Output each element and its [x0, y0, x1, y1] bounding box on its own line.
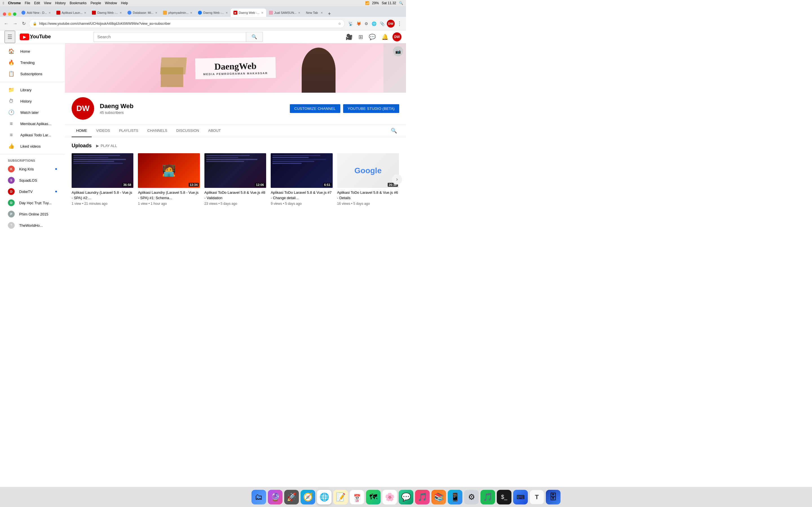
tab-channels[interactable]: CHANNELS — [143, 124, 172, 137]
tab-phpmyadmin[interactable]: phpmyadmin... ✕ — [160, 8, 195, 17]
menu-history[interactable]: History — [55, 1, 66, 5]
tab-close-icon[interactable]: ✕ — [190, 11, 192, 14]
tab-videos[interactable]: VIDEOS — [92, 124, 114, 137]
play-icon: ▶ — [96, 144, 99, 148]
tab-daeng-web1[interactable]: Daeng Web -... ✕ — [89, 8, 124, 17]
extension-icon-4[interactable]: 📎 — [378, 20, 386, 27]
tab-close-icon[interactable]: ✕ — [320, 11, 323, 14]
tab-close-icon[interactable]: ✕ — [119, 11, 122, 14]
extension-icon-2[interactable]: ⚙ — [363, 20, 369, 27]
new-tab-button[interactable]: + — [326, 11, 333, 17]
sidebar-item-playlist-1[interactable]: ≡ Membuat Aplikas... — [2, 118, 63, 129]
video-thumb-code-4 — [271, 153, 333, 166]
menu-edit[interactable]: Edit — [34, 1, 40, 5]
sidebar-item-home[interactable]: 🏠 Home — [2, 46, 63, 57]
tab-add-new[interactable]: Add New - D... ✕ — [18, 8, 54, 17]
back-button[interactable]: ← — [3, 20, 10, 27]
search-button[interactable]: 🔍 — [246, 32, 263, 42]
subscription-item-day-hoc[interactable]: D Day Học Trực Tuy... — [2, 197, 63, 209]
reload-button[interactable]: ↻ — [21, 20, 27, 27]
tab-close-icon[interactable]: ✕ — [225, 11, 228, 14]
tab-new-tab[interactable]: New Tab ✕ — [303, 8, 326, 17]
play-all-button[interactable]: ▶ PLAY ALL — [96, 144, 117, 148]
subscription-item-more[interactable]: ? TheWorldHo... — [2, 220, 63, 231]
sidebar-item-playlist-2[interactable]: ≡ Aplikasi Todo Lar... — [2, 129, 63, 140]
spotlight-icon[interactable]: 🔍 — [399, 1, 403, 5]
sidebar-item-trending[interactable]: 🔥 Trending — [2, 57, 63, 68]
tab-discussion[interactable]: DISCUSSION — [172, 124, 204, 137]
app-name[interactable]: Chrome — [8, 1, 20, 5]
url-bar[interactable]: 🔒 https://www.youtube.com/channel/UCHsij… — [29, 19, 345, 28]
apple-menu[interactable]:  — [3, 1, 4, 5]
youtube-studio-button[interactable]: YOUTUBE STUDIO (BETA) — [343, 104, 399, 113]
tab-close-icon[interactable]: ✕ — [49, 11, 51, 14]
tab-about[interactable]: ABOUT — [204, 124, 225, 137]
menu-bookmarks[interactable]: Bookmarks — [70, 1, 87, 5]
tab-database[interactable]: Database: Mi... ✕ — [124, 8, 160, 17]
forward-button[interactable]: → — [12, 20, 18, 27]
sidebar-item-history[interactable]: ⏱ History — [2, 96, 63, 107]
video-duration-3: 12:06 — [255, 183, 265, 187]
cast-icon[interactable]: 📡 — [347, 20, 354, 27]
fullscreen-window-btn[interactable] — [13, 12, 16, 16]
extension-icon-3[interactable]: 🌐 — [370, 20, 377, 27]
subscription-item-king-kris[interactable]: K King Kris — [2, 163, 63, 175]
menu-people[interactable]: People — [91, 1, 101, 5]
tab-daeng-web-fb[interactable]: Daeng Web -... ✕ — [195, 8, 231, 17]
sidebar-item-liked[interactable]: 👍 Liked videos — [2, 140, 63, 152]
chrome-address-bar: ← → ↻ 🔒 https://www.youtube.com/channel/… — [0, 17, 406, 31]
video-card-4[interactable]: 6:51 Aplikasi ToDo Laravel 5.8 & Vue.js … — [271, 153, 333, 206]
menu-window[interactable]: Window — [105, 1, 117, 5]
chrome-profile-avatar[interactable]: DW — [387, 20, 395, 27]
video-next-button[interactable]: › — [392, 174, 402, 184]
tab-close-icon[interactable]: ✕ — [261, 11, 263, 14]
search-input[interactable] — [94, 32, 246, 42]
subscription-item-dobetv[interactable]: D DobeTV — [2, 186, 63, 197]
minimize-window-btn[interactable] — [8, 12, 11, 16]
url-text[interactable]: https://www.youtube.com/channel/UCHsijou… — [39, 22, 336, 25]
user-avatar[interactable]: DW — [393, 33, 402, 41]
customize-channel-button[interactable]: CUSTOMIZE CHANNEL — [290, 104, 340, 113]
video-card-3[interactable]: 12:06 Aplikasi ToDo Laravel 5.8 & Vue.js… — [204, 153, 266, 206]
subscription-notification-dot — [55, 168, 57, 170]
extension-icon-1[interactable]: 🦊 — [355, 20, 362, 27]
subscription-item-phim[interactable]: P Phim Online 2015 — [2, 209, 63, 220]
channel-info: DW Daeng Web 45 subscribers CUSTOMIZE CH… — [65, 93, 406, 124]
menu-help[interactable]: Help — [121, 1, 128, 5]
notifications-button[interactable]: 🔔 — [380, 32, 390, 42]
tab-close-icon[interactable]: ✕ — [298, 11, 300, 14]
tab-daeng-web-yt-active[interactable]: ▶ Daeng Web -... ✕ — [231, 8, 266, 17]
liked-icon: 👍 — [8, 143, 15, 149]
tab-close-icon[interactable]: ✕ — [155, 11, 157, 14]
messaging-button[interactable]: 💬 — [367, 32, 377, 42]
apps-button[interactable]: ⊞ — [357, 32, 365, 42]
video-card-5[interactable]: Google 26:38 Aplikasi ToDo Laravel 5.8 &… — [337, 153, 399, 206]
tab-home[interactable]: HOME — [71, 124, 92, 137]
sidebar: 🏠 Home 🔥 Trending 📋 Subscriptions 📁 Libr… — [0, 43, 65, 233]
tab-close-icon[interactable]: ✕ — [84, 11, 86, 14]
star-icon[interactable]: ☆ — [338, 22, 341, 25]
video-thumb-code-3 — [204, 153, 266, 165]
tab-jual-samsung[interactable]: Jual SAMSUN... ✕ — [266, 8, 303, 17]
subscription-item-squadlos[interactable]: S SquadLOS — [2, 175, 63, 186]
edit-banner-button[interactable]: 📷 — [393, 46, 403, 56]
uploads-title: Uploads — [71, 143, 92, 149]
hamburger-menu[interactable]: ☰ — [4, 31, 15, 43]
chrome-menu-button[interactable]: ⋮ — [396, 19, 403, 28]
tab-playlists[interactable]: PLAYLISTS — [114, 124, 143, 137]
watch-later-icon: 🕐 — [8, 109, 15, 115]
sidebar-item-watch-later[interactable]: 🕐 Watch later — [2, 107, 63, 118]
sidebar-item-library[interactable]: 📁 Library — [2, 84, 63, 96]
sidebar-item-subscriptions[interactable]: 📋 Subscriptions — [2, 68, 63, 79]
close-window-btn[interactable] — [3, 12, 6, 16]
mac-menu-bar[interactable]:  Chrome File Edit View History Bookmark… — [3, 1, 128, 5]
video-card-1[interactable]: 36:58 Aplikasi Laundry (Laravel 5.8 - Vu… — [71, 153, 133, 206]
menu-file[interactable]: File — [25, 1, 30, 5]
youtube-logo[interactable]: ▶ YouTube ID — [20, 34, 51, 40]
channel-search-icon[interactable]: 🔍 — [389, 125, 399, 136]
video-card-2[interactable]: 🧑‍💻 13:34 Aplikasi Laundry (Laravel 5.8 … — [138, 153, 200, 206]
subscriptions-section-title: SUBSCRIPTIONS — [0, 157, 65, 163]
menu-view[interactable]: View — [44, 1, 51, 5]
tab-aplikasi-laun1[interactable]: Aplikasi Laun... ✕ — [54, 8, 89, 17]
upload-video-button[interactable]: 🎥 — [344, 32, 354, 42]
